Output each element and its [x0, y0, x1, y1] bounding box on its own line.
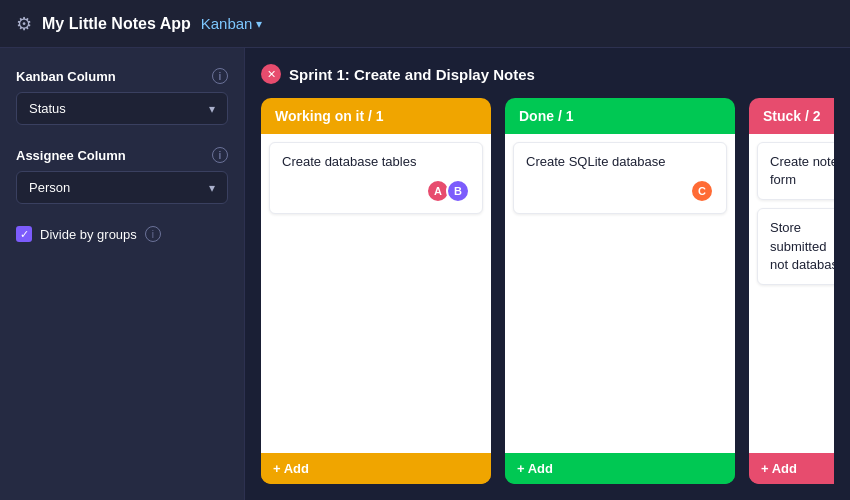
divide-groups-label: Divide by groups: [40, 227, 137, 242]
divide-groups-checkbox[interactable]: ✓: [16, 226, 32, 242]
card-text: Create notes form: [770, 153, 834, 189]
assignee-column-label: Assignee Column: [16, 148, 126, 163]
app-header: ⚙ My Little Notes App Kanban ▾: [0, 0, 850, 48]
assignee-column-section: Assignee Column i Person ▾: [16, 147, 228, 204]
view-label: Kanban: [201, 15, 253, 32]
card-create-sqlite[interactable]: Create SQLite database C: [513, 142, 727, 214]
kanban-column-info-icon[interactable]: i: [212, 68, 228, 84]
assignee-column-value: Person: [29, 180, 70, 195]
kanban-board: Working on it / 1 Create database tables…: [261, 98, 834, 484]
card-text: Create SQLite database: [526, 153, 714, 171]
column-stuck-header: Stuck / 2: [749, 98, 834, 134]
kanban-content: ✕ Sprint 1: Create and Display Notes Wor…: [245, 48, 850, 500]
kanban-column-label-row: Kanban Column i: [16, 68, 228, 84]
assignee-column-select[interactable]: Person ▾: [16, 171, 228, 204]
divide-groups-row: ✓ Divide by groups i: [16, 226, 228, 242]
avatar-3: C: [690, 179, 714, 203]
kanban-column-label: Kanban Column: [16, 69, 116, 84]
view-selector[interactable]: Kanban ▾: [201, 15, 263, 32]
kanban-column-value: Status: [29, 101, 66, 116]
column-done-header: Done / 1: [505, 98, 735, 134]
assignee-column-info-icon[interactable]: i: [212, 147, 228, 163]
card-avatars: A B: [426, 179, 470, 203]
card-text: Create database tables: [282, 153, 470, 171]
column-stuck: Stuck / 2 Create notes form Store submit…: [749, 98, 834, 484]
avatar-2: B: [446, 179, 470, 203]
column-working-body: Create database tables A B: [261, 134, 491, 453]
checkmark-icon: ✓: [20, 228, 29, 241]
column-stuck-add[interactable]: + Add: [749, 453, 834, 484]
card-store-submitted[interactable]: Store submitted not database: [757, 208, 834, 285]
column-done-add[interactable]: + Add: [505, 453, 735, 484]
card-create-notes-form[interactable]: Create notes form: [757, 142, 834, 200]
chevron-down-icon: ▾: [256, 17, 262, 31]
card-footer: A B: [282, 179, 470, 203]
close-icon: ✕: [267, 68, 276, 81]
sprint-close-button[interactable]: ✕: [261, 64, 281, 84]
dropdown-arrow-icon: ▾: [209, 102, 215, 116]
column-working-header: Working on it / 1: [261, 98, 491, 134]
column-stuck-body: Create notes form Store submitted not da…: [749, 134, 834, 453]
card-avatars: C: [690, 179, 714, 203]
card-create-database-tables[interactable]: Create database tables A B: [269, 142, 483, 214]
column-working: Working on it / 1 Create database tables…: [261, 98, 491, 484]
card-footer: C: [526, 179, 714, 203]
divide-groups-section: ✓ Divide by groups i: [16, 226, 228, 242]
sprint-header: ✕ Sprint 1: Create and Display Notes: [261, 64, 834, 84]
sidebar: Kanban Column i Status ▾ Assignee Column…: [0, 48, 245, 500]
main-layout: Kanban Column i Status ▾ Assignee Column…: [0, 48, 850, 500]
kanban-column-select[interactable]: Status ▾: [16, 92, 228, 125]
column-done-body: Create SQLite database C: [505, 134, 735, 453]
card-text: Store submitted not database: [770, 219, 834, 274]
column-working-add[interactable]: + Add: [261, 453, 491, 484]
column-done: Done / 1 Create SQLite database C + Add: [505, 98, 735, 484]
assignee-column-label-row: Assignee Column i: [16, 147, 228, 163]
gear-icon: ⚙: [16, 13, 32, 35]
divide-groups-info-icon[interactable]: i: [145, 226, 161, 242]
sprint-title: Sprint 1: Create and Display Notes: [289, 66, 535, 83]
dropdown-arrow-2-icon: ▾: [209, 181, 215, 195]
app-title: My Little Notes App: [42, 15, 191, 33]
kanban-column-section: Kanban Column i Status ▾: [16, 68, 228, 125]
